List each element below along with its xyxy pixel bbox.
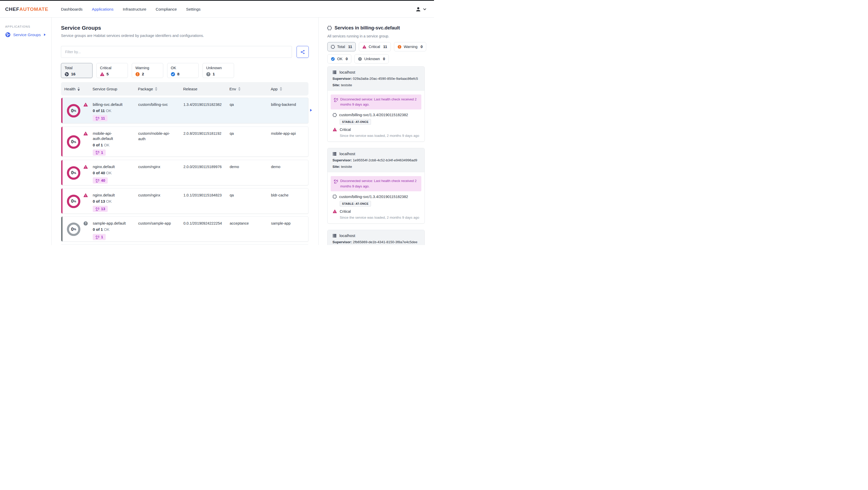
column-header-package[interactable]: Package (138, 82, 157, 96)
service-group-row-partial[interactable] (61, 244, 308, 245)
percent-sign: % (74, 109, 76, 112)
share-filter-button[interactable] (297, 46, 309, 58)
column-header-release: Release (183, 82, 197, 96)
ok-count: 0 of 11OK (93, 108, 131, 113)
status-filter-critical[interactable]: Critical 5 (96, 63, 128, 78)
disconnected-count-badge[interactable]: 1 (93, 150, 106, 156)
filter-input[interactable] (61, 46, 292, 58)
app-cell: billing-backend (271, 102, 296, 107)
sidebar-item-service-groups[interactable]: Service Groups (5, 32, 46, 37)
package-cell: custom/mobile-api-auth (138, 131, 177, 142)
since-text: Since the service was loaded, 2 months 9… (340, 216, 421, 220)
user-icon (415, 6, 421, 12)
disconnected-count-badge[interactable]: 1 (93, 234, 106, 240)
status-text: Critical (340, 128, 351, 132)
pill-label: Unknown (364, 57, 380, 61)
service-group-row[interactable]: 0% mobile-api-auth.default 0 of 1OK 1 cu… (61, 127, 308, 157)
status-filter-ok[interactable]: OK 8 (167, 63, 199, 78)
total-icon (65, 72, 69, 76)
critical-triangle-icon (333, 128, 337, 132)
disconnected-alert: Disconnected service: Last health check … (331, 95, 421, 109)
site-line: Site: testsite (333, 164, 420, 169)
service-card: localhost Supervisor: 2fb65869-de1b-4341… (327, 230, 425, 245)
panel-status-pill-unknown[interactable]: ? Unknown 0 (354, 54, 389, 64)
page-title: Service Groups (61, 25, 101, 31)
panel-status-pill-warning[interactable]: Warning 0 (394, 42, 427, 52)
app-cell: sample-app (271, 221, 291, 226)
health-donut: 0% (67, 195, 80, 208)
column-header-health[interactable]: Health (64, 82, 80, 96)
panel-status-pill-critical[interactable]: Critical 11 (359, 42, 391, 52)
unknown-question-icon: ? (84, 221, 88, 226)
disconnected-count-badge[interactable]: 40 (93, 177, 108, 184)
channel-chip: STABLE: AT-ONCE (340, 119, 371, 125)
env-cell: demo (230, 164, 239, 170)
release-cell: 1.0.1/20190115184823 (183, 193, 230, 198)
table-header: HealthService GroupPackageReleaseEnvApp (61, 82, 308, 96)
column-header-app[interactable]: App (271, 82, 282, 96)
service-group-row[interactable]: 0% nginx.default 0 of 40OK 40 custom/ngi… (61, 160, 308, 185)
health-donut: 0% (67, 223, 80, 236)
disconnected-count-badge[interactable]: 11 (93, 115, 107, 121)
ok-count: 0 of 40OK (93, 171, 131, 175)
broken-link-icon (334, 178, 338, 184)
sort-icons (280, 87, 282, 91)
status-filter-label: Warning (135, 66, 163, 70)
percent-sign: % (74, 140, 76, 143)
broken-link-icon (334, 97, 338, 102)
health-percentage: 0 (71, 170, 74, 175)
service-group-row[interactable]: 0% nginx.default 0 of 13OK 13 custom/ngi… (61, 188, 308, 214)
env-cell: qa (230, 193, 234, 198)
total-icon (331, 45, 335, 49)
sort-icons (155, 87, 157, 91)
warning-icon (135, 72, 140, 76)
panel-status-pill-ok[interactable]: OK 0 (327, 54, 351, 64)
nav-item-applications[interactable]: Applications (92, 7, 114, 11)
server-icon (333, 152, 337, 156)
status-filter-count: 8 (177, 72, 180, 76)
service-group-row[interactable]: 0% ? sample-app.default 0 of 1OK 1 custo… (61, 216, 308, 242)
column-header-env[interactable]: Env (229, 82, 241, 96)
primary-nav: DashboardsApplicationsInfrastructureComp… (61, 1, 200, 18)
service-card-header: localhost Supervisor: 029a3a8a-20ac-4590… (328, 67, 425, 90)
percent-sign: % (74, 171, 76, 174)
critical-triangle-icon (84, 131, 88, 136)
panel-status-pill-total[interactable]: Total 11 (327, 42, 356, 52)
service-status-pills: Total 11 Critical 11 Warning 0 OK 0? Unk… (327, 42, 429, 64)
status-filter-warning[interactable]: Warning 2 (132, 63, 163, 78)
service-group-cell: mobile-api-auth.default 0 of 1OK 1 (93, 131, 131, 156)
column-label: Package (138, 87, 153, 91)
chef-automate-logo[interactable]: CHEF AUTOMATE (5, 1, 48, 18)
health-accent-bar (61, 160, 63, 185)
status-filter-total[interactable]: Total 16 (61, 63, 92, 78)
nav-item-dashboards[interactable]: Dashboards (61, 7, 83, 11)
health-percentage: 0 (71, 139, 74, 144)
services-dots-icon (327, 26, 332, 30)
user-menu[interactable] (415, 1, 426, 18)
ok-icon (171, 72, 175, 76)
open-detail-arrow-icon[interactable] (309, 109, 313, 112)
release-cell: 2.0.0/20190115189976 (183, 164, 230, 170)
package-dots-icon (333, 113, 337, 117)
package-cell: custom/billing-svc (138, 102, 177, 107)
site-line: Site: testsite (333, 83, 420, 88)
status-filter-unknown[interactable]: Unknown ? 1 (203, 63, 234, 78)
service-group-cell: billing-svc.default 0 of 11OK 11 (93, 102, 131, 121)
status-filter-label: Total (65, 66, 92, 70)
nav-item-settings[interactable]: Settings (186, 7, 200, 11)
column-label: Env (229, 87, 236, 91)
service-group-cell: nginx.default 0 of 40OK 40 (93, 164, 131, 184)
package-identifier: custom/billing-svc/1.3.4/20190115182382 (339, 113, 408, 117)
broken-link-icon (95, 151, 99, 154)
disconnected-alert: Disconnected service: Last health check … (331, 176, 421, 191)
nav-item-compliance[interactable]: Compliance (156, 7, 177, 11)
nav-item-infrastructure[interactable]: Infrastructure (123, 7, 146, 11)
critical-triangle-icon (84, 102, 88, 107)
disconnected-count-badge[interactable]: 13 (93, 206, 108, 212)
sort-icons (78, 87, 80, 91)
status-filter-label: Unknown (206, 66, 234, 70)
service-group-row[interactable]: 0% billing-svc.default 0 of 11OK 11 cust… (61, 98, 308, 123)
status-filter-count: 5 (106, 72, 109, 76)
package-identifier: custom/billing-svc/1.3.4/20190115182382 (339, 195, 408, 199)
service-groups-main: Service Groups Service groups are Habita… (52, 18, 318, 245)
